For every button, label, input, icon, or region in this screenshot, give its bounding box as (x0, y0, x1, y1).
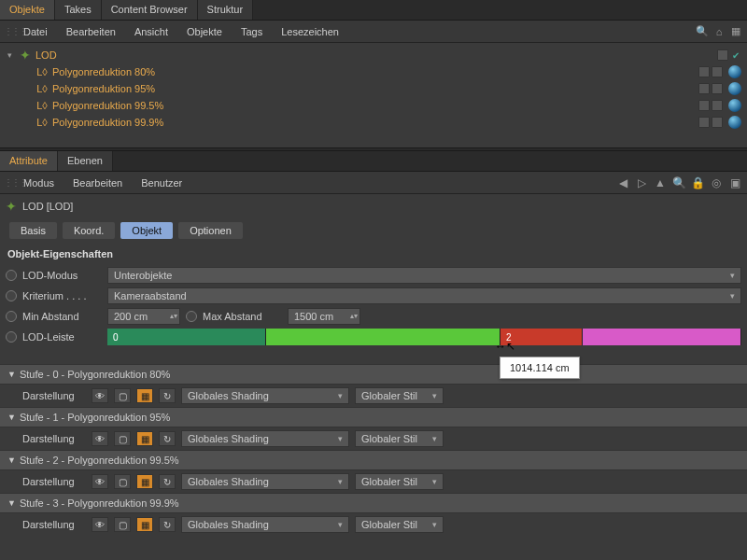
refresh-icon[interactable]: ↻ (159, 517, 176, 532)
home-icon[interactable]: ⌂ (712, 26, 726, 37)
keyframe-dot[interactable] (6, 270, 17, 281)
stufe-header[interactable]: ▼Stufe - 2 - Polygonreduktion 99.5% (0, 450, 747, 470)
polyreduce-icon: L◊ (35, 65, 49, 78)
tab-objekte[interactable]: Objekte (0, 0, 55, 20)
target-icon[interactable]: ◎ (708, 176, 725, 189)
keyframe-dot[interactable] (6, 311, 17, 322)
stil-dropdown[interactable]: Globaler Stil (355, 473, 444, 490)
eye-icon[interactable]: 👁 (92, 431, 108, 446)
shading-dropdown[interactable]: Globales Shading (181, 473, 349, 490)
lod-icon: ✦ (6, 199, 17, 214)
stufe-header[interactable]: ▼Stufe - 3 - Polygonreduktion 99.9% (0, 493, 747, 513)
kriterium-dropdown[interactable]: Kameraabstand (107, 287, 741, 304)
darstellung-label: Darstellung (22, 390, 86, 401)
vis-badge[interactable] (712, 100, 723, 111)
attr-tab-koord[interactable]: Koord. (63, 222, 115, 239)
tree-label: LOD (34, 49, 57, 61)
stufe-header[interactable]: ▼Stufe - 1 - Polygonreduktion 95% (0, 407, 747, 427)
attr-tab-basis[interactable]: Basis (9, 222, 57, 239)
menu-tags[interactable]: Tags (233, 23, 271, 40)
menu-bearbeiten[interactable]: Bearbeiten (64, 175, 131, 191)
menu-lesezeichen[interactable]: Lesezeichen (273, 23, 347, 40)
keyframe-dot[interactable] (6, 290, 17, 301)
up-icon[interactable]: ▲ (652, 176, 669, 189)
nav-fwd-icon[interactable]: ▷ (633, 176, 650, 189)
vis-badge[interactable] (712, 66, 723, 77)
lod-segment[interactable] (266, 329, 500, 345)
prop-label: Max Abstand (203, 311, 282, 322)
lod-leiste-bar[interactable]: 02 (107, 329, 741, 345)
lod-modus-dropdown[interactable]: Unterobjekte (107, 267, 741, 284)
refresh-icon[interactable]: ↻ (159, 474, 176, 489)
eye-icon[interactable]: 👁 (92, 517, 108, 532)
prop-label: LOD-Modus (22, 270, 102, 281)
attribute-menubar: ⋮⋮⋮ Modus Bearbeiten Benutzer ◀ ▷ ▲ 🔍 🔒 … (0, 172, 747, 194)
tab-takes[interactable]: Takes (55, 0, 102, 20)
eye-icon[interactable]: 👁 (92, 474, 108, 489)
search-icon[interactable]: 🔍 (695, 25, 710, 37)
wireframe-icon[interactable]: ▦ (136, 431, 153, 446)
lock-icon[interactable]: 🔒 (689, 176, 706, 189)
menu-bearbeiten[interactable]: Bearbeiten (58, 23, 124, 40)
stufe-header[interactable]: ▼Stufe - 0 - Polygonreduktion 80% (0, 364, 747, 385)
stil-dropdown[interactable]: Globaler Stil (355, 516, 444, 533)
lod-segment[interactable]: 0 (107, 329, 266, 345)
shading-dropdown[interactable]: Globales Shading (181, 387, 349, 404)
tree-item[interactable]: L◊ Polygonreduktion 80% (0, 63, 747, 80)
tree-root[interactable]: ▾ ✦ LOD ✔ (0, 47, 747, 63)
eye-icon[interactable]: 👁 (92, 388, 108, 403)
panel-icon[interactable]: ▦ (728, 25, 743, 37)
stufe-title: Stufe - 3 - Polygonreduktion 99.9% (20, 497, 179, 509)
render-icon[interactable]: ▢ (114, 474, 131, 489)
vis-badge[interactable] (698, 100, 710, 111)
tab-content-browser[interactable]: Content Browser (102, 0, 198, 20)
caret-down-icon: ▼ (7, 455, 16, 465)
tree-item[interactable]: L◊ Polygonreduktion 99.9% (0, 114, 747, 131)
menu-datei[interactable]: Datei (15, 23, 56, 40)
tree-item[interactable]: L◊ Polygonreduktion 95% (0, 80, 747, 97)
tree-item[interactable]: L◊ Polygonreduktion 99.5% (0, 97, 747, 114)
stil-dropdown[interactable]: Globaler Stil (355, 387, 444, 404)
render-icon[interactable]: ▢ (114, 388, 131, 403)
keyframe-dot[interactable] (186, 311, 197, 322)
menu-objekte[interactable]: Objekte (178, 23, 231, 40)
vis-badge[interactable] (698, 66, 710, 77)
vis-badge[interactable] (717, 49, 728, 61)
tab-ebenen[interactable]: Ebenen (58, 151, 113, 171)
check-icon[interactable]: ✔ (730, 49, 741, 61)
wireframe-icon[interactable]: ▦ (136, 474, 153, 489)
tab-struktur[interactable]: Struktur (198, 0, 254, 20)
vis-badge[interactable] (712, 83, 723, 94)
menu-ansicht[interactable]: Ansicht (126, 23, 176, 40)
wireframe-icon[interactable]: ▦ (136, 517, 153, 532)
vis-badge[interactable] (698, 83, 710, 94)
min-abstand-field[interactable]: 200 cm▴▾ (107, 308, 180, 325)
nav-back-icon[interactable]: ◀ (614, 176, 631, 189)
max-abstand-field[interactable]: 1500 cm▴▾ (288, 308, 360, 325)
tab-attribute[interactable]: Attribute (0, 151, 58, 171)
attr-tab-objekt[interactable]: Objekt (120, 222, 173, 239)
new-icon[interactable]: ▣ (726, 176, 743, 189)
refresh-icon[interactable]: ↻ (159, 431, 176, 446)
render-icon[interactable]: ▢ (114, 517, 131, 532)
stil-dropdown[interactable]: Globaler Stil (355, 430, 444, 447)
shading-dropdown[interactable]: Globales Shading (181, 430, 349, 447)
refresh-icon[interactable]: ↻ (159, 388, 176, 403)
wireframe-icon[interactable]: ▦ (136, 388, 153, 403)
spinner-icon[interactable]: ▴▾ (170, 313, 177, 320)
menu-modus[interactable]: Modus (15, 175, 63, 191)
cursor-icon: ↔↖ (495, 340, 515, 353)
keyframe-dot[interactable] (6, 331, 17, 343)
sphere-icon (728, 99, 741, 112)
render-icon[interactable]: ▢ (114, 431, 131, 446)
attr-tab-optionen[interactable]: Optionen (178, 222, 243, 239)
vis-badge[interactable] (698, 117, 710, 128)
menu-benutzer[interactable]: Benutzer (133, 175, 190, 191)
caret-down-icon: ▼ (7, 413, 16, 422)
vis-badge[interactable] (712, 117, 723, 128)
spinner-icon[interactable]: ▴▾ (350, 313, 358, 320)
search-icon[interactable]: 🔍 (670, 176, 687, 189)
lod-segment[interactable] (583, 329, 741, 345)
shading-dropdown[interactable]: Globales Shading (181, 516, 349, 533)
collapse-icon[interactable]: ▾ (7, 50, 17, 60)
